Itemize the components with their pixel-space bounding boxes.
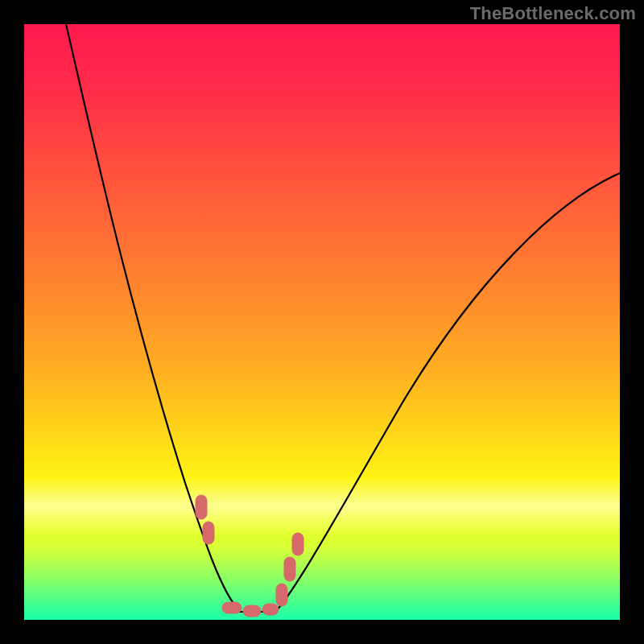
svg-rect-6 (284, 557, 295, 581)
svg-rect-3 (243, 605, 261, 617)
svg-rect-2 (222, 602, 242, 613)
watermark-text: TheBottleneck.com (470, 3, 636, 24)
chart-frame: TheBottleneck.com (0, 0, 644, 644)
svg-rect-1 (203, 522, 214, 544)
curve-layer (24, 24, 620, 620)
highlight-markers (196, 495, 303, 617)
svg-rect-4 (262, 604, 279, 615)
bottleneck-curve (66, 24, 620, 612)
plot-area (24, 24, 620, 620)
svg-rect-0 (196, 495, 207, 519)
svg-rect-7 (292, 533, 303, 555)
svg-rect-5 (276, 584, 287, 606)
